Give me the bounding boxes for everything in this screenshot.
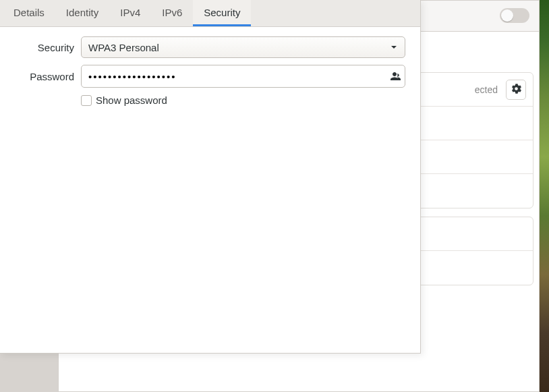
show-password-checkbox[interactable] bbox=[81, 95, 92, 106]
desktop-wallpaper-edge bbox=[540, 0, 549, 392]
connection-status: ected bbox=[475, 84, 498, 95]
tab-identity[interactable]: Identity bbox=[55, 0, 109, 26]
password-row: Password bbox=[15, 65, 405, 88]
network-settings-button[interactable] bbox=[506, 80, 526, 100]
users-icon[interactable] bbox=[388, 70, 401, 82]
security-label: Security bbox=[15, 42, 74, 53]
password-input[interactable] bbox=[88, 71, 388, 82]
security-type-row: Security WPA3 Personal bbox=[15, 36, 405, 58]
connection-edit-dialog: Details Identity IPv4 IPv6 Security Secu… bbox=[0, 0, 421, 354]
show-password-row: Show password bbox=[81, 94, 405, 106]
security-form: Security WPA3 Personal Password Show pas… bbox=[0, 27, 420, 115]
dialog-tabbar: Details Identity IPv4 IPv6 Security bbox=[0, 0, 420, 27]
tab-ipv6[interactable]: IPv6 bbox=[151, 0, 193, 26]
password-label: Password bbox=[15, 71, 74, 82]
wifi-toggle[interactable] bbox=[500, 8, 529, 23]
gear-icon bbox=[511, 84, 521, 96]
security-type-value: WPA3 Personal bbox=[88, 42, 159, 53]
dropdown-caret-icon bbox=[390, 43, 398, 51]
show-password-label[interactable]: Show password bbox=[96, 94, 167, 106]
tab-ipv4[interactable]: IPv4 bbox=[109, 0, 151, 26]
tab-details[interactable]: Details bbox=[3, 0, 55, 26]
tab-security[interactable]: Security bbox=[193, 0, 251, 26]
security-type-select[interactable]: WPA3 Personal bbox=[81, 36, 405, 58]
password-field-wrapper bbox=[81, 65, 405, 88]
